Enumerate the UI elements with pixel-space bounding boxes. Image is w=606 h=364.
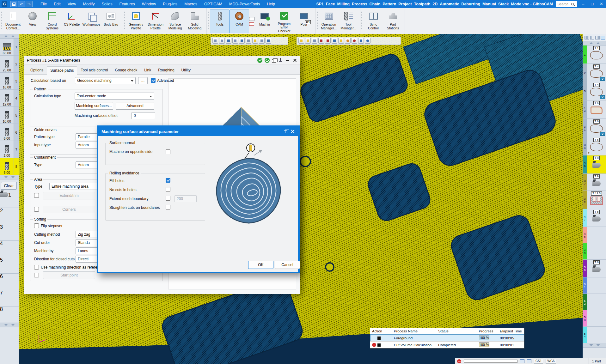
ribbon-sync-control[interactable]: Sync Control	[364, 9, 383, 33]
tool-tile-7[interactable]: 2.007	[0, 141, 19, 158]
process-slot-5[interactable]: 5	[0, 257, 19, 274]
advanced-checkbox[interactable]	[151, 78, 156, 83]
ok-button[interactable]: OK	[248, 261, 273, 269]
process-slot-7[interactable]: 7	[0, 290, 19, 306]
ribbon-workgroups[interactable]: Workgroups	[82, 9, 101, 33]
operations-scroll-down[interactable]	[583, 343, 606, 348]
op-tile[interactable]: 50T 8	[583, 260, 606, 277]
ribbon-cs-palette[interactable]: CS Palette	[62, 9, 82, 33]
menu-file[interactable]: File	[37, 1, 50, 8]
globe-icon[interactable]	[345, 38, 351, 44]
process-slot-3[interactable]: 3	[0, 224, 19, 241]
interrupt-icon[interactable]	[457, 359, 461, 363]
menu-edit[interactable]: Edit	[50, 1, 64, 8]
layers-icon[interactable]	[305, 38, 311, 44]
op-user-icon[interactable]	[601, 36, 605, 39]
op-tile[interactable]: 1T 1	[583, 46, 606, 64]
folder-icon[interactable]	[298, 38, 304, 44]
advanced-dialog-titlebar[interactable]: Machining surface advanced parameter	[98, 127, 298, 136]
use-direction-checkbox[interactable]	[34, 265, 39, 270]
op-tile[interactable]: 14T 6	[583, 100, 606, 119]
no-entry-icon[interactable]	[372, 343, 376, 347]
tab-tool-axis-control[interactable]: Tool axis control	[77, 66, 111, 74]
corners-checkbox[interactable]	[34, 207, 39, 212]
help-icon[interactable]	[365, 38, 370, 44]
ribbon-view[interactable]: View	[23, 9, 42, 33]
stack-icon[interactable]	[249, 22, 254, 26]
ribbon-coord-systems[interactable]: Coord Systems	[42, 9, 62, 33]
comment-bubble-icon[interactable]	[249, 17, 255, 21]
process-slot-6[interactable]: 6	[0, 274, 19, 290]
cascade-icon[interactable]	[272, 59, 276, 63]
ribbon-tools[interactable]: Tools	[210, 9, 230, 33]
extend-trim-button[interactable]: Extend/trim	[43, 192, 95, 199]
stop-square-icon[interactable]	[377, 337, 381, 340]
op-tile-selected[interactable]: 36T 8	[583, 155, 606, 174]
corner-icon[interactable]	[239, 38, 245, 44]
snap-icon[interactable]	[212, 38, 218, 44]
menu-help[interactable]: Help	[263, 1, 279, 8]
extend-mesh-checkbox[interactable]	[166, 196, 170, 201]
ribbon-body-bag[interactable]: Body Bag	[101, 9, 121, 33]
calc-type-dropdown[interactable]: Tool-center mode	[75, 93, 154, 100]
straighten-checkbox[interactable]	[166, 205, 170, 209]
op-tile[interactable]: 53	[583, 310, 606, 327]
minimize-button[interactable]: –	[578, 0, 588, 8]
close-button[interactable]: ✕	[597, 0, 606, 8]
save-button[interactable]	[10, 1, 17, 7]
search-box[interactable]	[556, 1, 577, 7]
start-point-button[interactable]: Start point	[43, 271, 95, 279]
stop-square-icon[interactable]	[377, 343, 381, 347]
clear-button[interactable]: Clear	[1, 182, 17, 190]
zoom-fit-icon[interactable]	[358, 38, 364, 44]
op-tile[interactable]: 54	[583, 327, 606, 343]
ribbon-program-error-checker[interactable]: Program Error Checker	[274, 9, 294, 33]
menu-opticam[interactable]: OPTICAM	[201, 1, 226, 8]
close-dialog-icon[interactable]	[292, 58, 297, 63]
op-tile[interactable]: 31T 6V	[583, 119, 606, 137]
op-tile[interactable]: 38T 12:5	[583, 191, 606, 209]
extend-mesh-input[interactable]	[174, 195, 197, 202]
progress-row-cut-volume[interactable]: Cut Volume Calculation Completed 100 % 0…	[370, 341, 524, 348]
ribbon-part-stations[interactable]: Part Stations	[383, 9, 403, 33]
no-cuts-checkbox[interactable]	[166, 187, 170, 192]
process-slot-8[interactable]: 8	[0, 306, 19, 323]
menu-macros[interactable]: Macros	[181, 1, 201, 8]
tool-tile-2[interactable]: 25.002	[0, 56, 19, 73]
tab-surface-paths[interactable]: Surface paths	[47, 66, 77, 75]
target-icon[interactable]	[352, 38, 357, 44]
close-advanced-dialog-icon[interactable]	[291, 129, 295, 134]
menu-mdd-powertools[interactable]: MDD-PowerTools	[226, 1, 263, 8]
tool-palette-scroll-down[interactable]	[0, 175, 19, 179]
blue-table-icon[interactable]	[332, 38, 337, 44]
tool-tile-4[interactable]: 12.004	[0, 90, 19, 107]
op-tile[interactable]: 47T 8	[583, 209, 606, 227]
pin-tool-icon[interactable]	[252, 38, 258, 44]
menu-modify[interactable]: Modify	[80, 1, 98, 8]
menu-features[interactable]: Features	[116, 1, 138, 8]
menu-solids[interactable]: Solids	[98, 1, 116, 8]
tab-options[interactable]: Options	[27, 66, 47, 74]
menu-view[interactable]: View	[64, 1, 80, 8]
start-point-checkbox[interactable]	[34, 273, 39, 277]
op-tile[interactable]: 37T 9	[583, 174, 606, 191]
search-icon[interactable]	[571, 3, 574, 5]
cancel-button[interactable]: Cancel	[275, 261, 300, 269]
anchor-icon[interactable]	[259, 38, 265, 44]
recalculate-icon[interactable]	[265, 58, 270, 63]
tool-status-icon[interactable]	[520, 359, 524, 363]
operations-scroll-up[interactable]	[583, 41, 606, 46]
opposite-side-checkbox[interactable]	[166, 149, 170, 154]
process-dialog-titlebar[interactable]: Process #1 5-Axis Parameters	[24, 56, 300, 65]
tab-link[interactable]: Link	[141, 66, 155, 74]
redo-button[interactable]: ↷	[26, 1, 33, 7]
op-tile[interactable]: 2T 4V	[583, 64, 606, 82]
process-tile-1[interactable]: 1	[0, 192, 19, 208]
process-palette-scroll-down[interactable]	[0, 323, 19, 327]
ribbon-dimension-palette[interactable]: Dimension Palette	[146, 9, 165, 33]
tool-tile-8-selected[interactable]: 6.008	[0, 158, 19, 175]
more-options-button[interactable]: ...	[138, 77, 148, 84]
pattern-advanced-button[interactable]: Advanced	[116, 102, 154, 110]
op-tile[interactable]: 49	[583, 243, 606, 260]
ribbon-operation-manager[interactable]: Operation Manager...	[319, 9, 339, 33]
